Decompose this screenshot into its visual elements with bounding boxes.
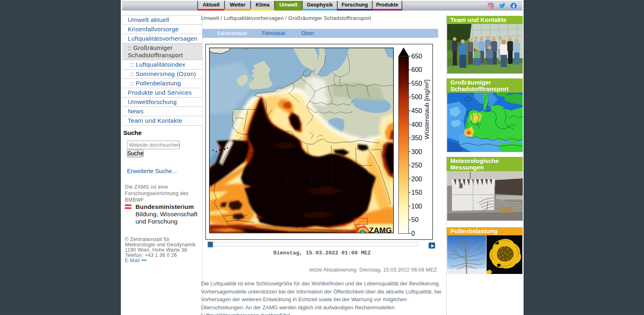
svg-text:650: 650 bbox=[411, 53, 422, 60]
svg-text:100: 100 bbox=[411, 203, 422, 210]
svg-text:50: 50 bbox=[411, 216, 419, 223]
svg-text:150: 150 bbox=[411, 189, 422, 196]
svg-text:250: 250 bbox=[411, 162, 422, 169]
svg-text:350: 350 bbox=[411, 135, 422, 141]
svg-text:550: 550 bbox=[411, 80, 422, 87]
svg-text:200: 200 bbox=[411, 176, 422, 182]
svg-text:ZAMG: ZAMG bbox=[369, 226, 392, 233]
svg-text:600: 600 bbox=[411, 66, 422, 73]
svg-text:400: 400 bbox=[411, 121, 422, 128]
svg-text:450: 450 bbox=[411, 107, 422, 114]
svg-text:300: 300 bbox=[411, 148, 422, 155]
svg-text:0: 0 bbox=[411, 230, 415, 237]
svg-text:500: 500 bbox=[411, 93, 422, 100]
